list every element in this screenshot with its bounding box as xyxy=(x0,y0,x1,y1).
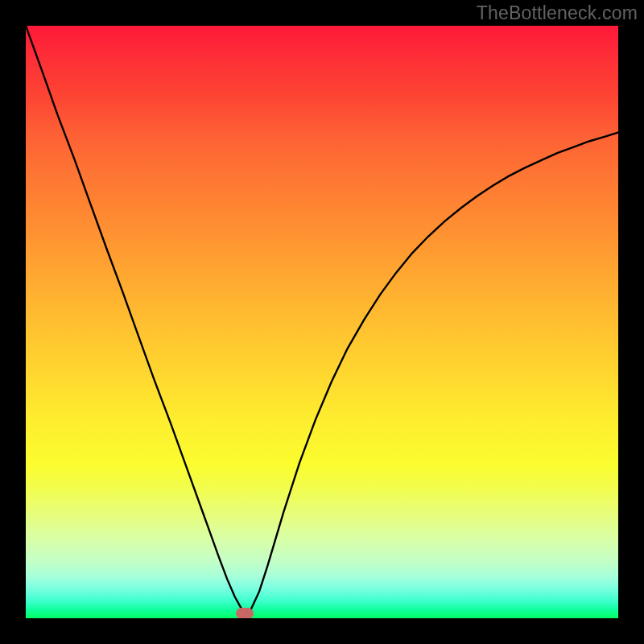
curve-layer xyxy=(26,26,618,618)
optimal-marker xyxy=(236,608,254,618)
plot-area xyxy=(26,26,618,618)
chart-frame: TheBottleneck.com xyxy=(0,0,644,644)
bottleneck-curve xyxy=(26,26,618,613)
watermark-text: TheBottleneck.com xyxy=(477,2,638,24)
